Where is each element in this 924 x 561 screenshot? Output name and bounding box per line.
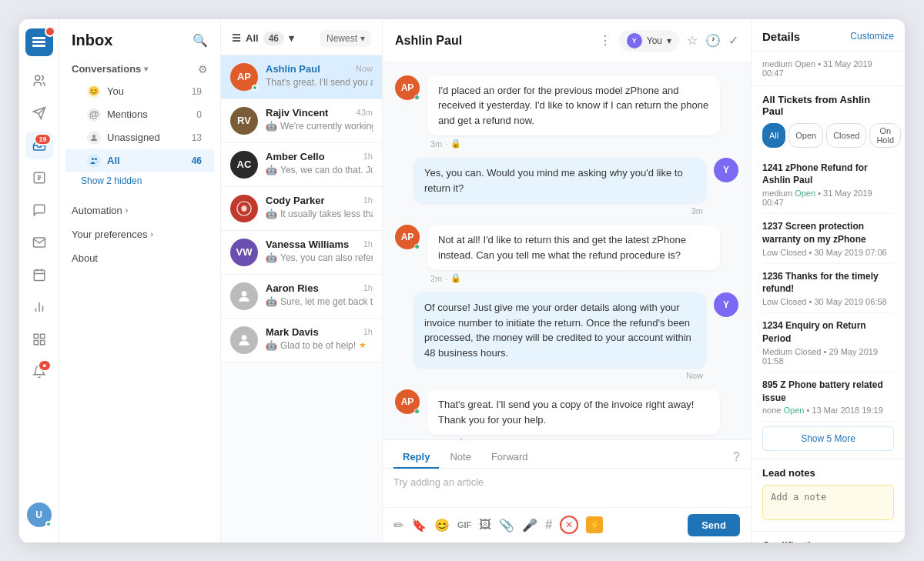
conversations-section-header[interactable]: Conversations ▾ ⚙ — [59, 58, 220, 80]
sidebar-item-preferences[interactable]: Your preferences › — [59, 222, 220, 246]
check-icon[interactable]: ✓ — [728, 33, 738, 48]
conv-name-amber: Amber Cello — [266, 151, 325, 162]
cancel-icon[interactable]: ✕ — [560, 516, 578, 534]
sidebar-item-all-label: All — [107, 155, 192, 166]
all-tickets-title: All Tickets from Ashlin Paul — [762, 94, 894, 117]
tab-forward[interactable]: Forward — [482, 446, 537, 469]
chart-icon[interactable] — [25, 293, 53, 321]
svg-point-16 — [92, 135, 95, 138]
sidebar-item-you[interactable]: 😊 You 19 — [65, 80, 214, 103]
bookmark-icon[interactable]: 🔖 — [411, 518, 427, 533]
ticket-1241-meta: medium Open • 31 May 2019 00:47 — [762, 189, 894, 207]
tab-reply[interactable]: Reply — [393, 446, 439, 469]
hash-icon[interactable]: # — [545, 518, 552, 532]
filter-onhold[interactable]: On Hold — [869, 123, 901, 148]
show-more-btn[interactable]: Show 5 More — [762, 426, 894, 451]
dropdown-icon[interactable]: ▾ — [289, 32, 294, 44]
user-avatar[interactable]: U — [27, 503, 52, 527]
search-icon[interactable]: 🔍 — [192, 33, 208, 48]
timer-icon[interactable]: 🕐 — [705, 33, 721, 48]
customize-btn[interactable]: Customize — [850, 31, 894, 42]
tab-note[interactable]: Note — [440, 446, 480, 469]
conv-preview-mark: 🤖 Glad to be of help! ★ — [266, 340, 373, 351]
inbox-icon[interactable]: 19 — [25, 132, 53, 159]
conv-item-rajiv[interactable]: RV Rajiv Vincent 43m 🤖 We're currently w… — [221, 99, 382, 143]
msg-sep-3: · — [445, 274, 447, 283]
filter-icon[interactable]: ☰ — [232, 32, 241, 44]
attachment-icon[interactable]: 📎 — [499, 518, 514, 533]
msg-meta-2: 3m — [413, 206, 706, 215]
more-options-icon[interactable]: ⋮ — [599, 33, 611, 48]
chat-nav-icon[interactable] — [25, 196, 53, 224]
lead-notes-input[interactable] — [762, 485, 894, 520]
mail-nav-icon[interactable] — [25, 229, 53, 256]
star-icon-2: ★ — [359, 340, 367, 350]
conv-item-ashlin[interactable]: AP Ashlin Paul Now That's great. I'll se… — [221, 55, 382, 99]
audio-icon[interactable]: 🎤 — [522, 518, 537, 533]
show-hidden-btn[interactable]: Show 2 hidden — [59, 172, 220, 189]
conv-preview-vanessa: 🤖 Yes, you can also refer to the a... — [266, 252, 373, 263]
ticket-1237-meta: Low Closed • 30 May 2019 07:06 — [762, 248, 894, 257]
ticket-1236-name: 1236 Thanks for the timely refund! — [762, 270, 894, 296]
all-icon — [87, 154, 101, 168]
emoji-block-icon[interactable]: ⚡ — [586, 516, 603, 533]
agent-badge[interactable]: Y You ▾ — [619, 30, 679, 52]
ticket-895[interactable]: 895 Z Phone battery related issue none O… — [762, 372, 894, 422]
sidebar-item-unassigned-count: 13 — [192, 132, 202, 143]
image-icon[interactable]: 🖼 — [479, 518, 491, 532]
sidebar-item-mentions[interactable]: @ Mentions 0 — [65, 103, 214, 126]
filter-all[interactable]: All — [762, 123, 785, 148]
conv-preview-ashlin: That's great. I'll send you a copy of... — [266, 77, 373, 88]
conv-name-ashlin: Ashlin Paul — [266, 63, 320, 75]
sidebar-item-all-count: 46 — [192, 155, 202, 166]
conv-item-cody[interactable]: Cody Parker 1h 🤖 It usually takes less t… — [221, 187, 382, 231]
gear-icon[interactable]: ⚙ — [198, 63, 208, 75]
sort-dropdown[interactable]: Newest ▾ — [320, 30, 371, 47]
sidebar-item-unassigned[interactable]: Unassigned 13 — [65, 126, 214, 149]
filter-open[interactable]: Open — [788, 123, 823, 148]
sidebar-item-you-label: You — [107, 85, 192, 97]
msg-row-1: AP I'd placed an order for the previous … — [395, 75, 738, 149]
sort-chevron-icon: ▾ — [360, 33, 365, 44]
chat-area: Ashlin Paul ⋮ Y You ▾ ☆ 🕐 ✓ AP I'd place… — [383, 19, 751, 543]
contacts-icon[interactable] — [25, 67, 53, 95]
msg-time-3: 2m — [430, 274, 442, 283]
app-logo[interactable] — [25, 28, 53, 56]
conv-item-amber[interactable]: AC Amber Cello 1h 🤖 Yes, we can do that.… — [221, 143, 382, 187]
ticket-1234[interactable]: 1234 Enquiry on Return Period Medium Clo… — [762, 313, 894, 372]
ticket-1234-meta: Medium Closed • 29 May 2019 01:58 — [762, 347, 894, 366]
sidebar-item-about[interactable]: About — [59, 246, 220, 270]
reply-area: Reply Note Forward ? Try adding an artic… — [383, 439, 751, 543]
conv-item-mark[interactable]: Mark Davis 1h 🤖 Glad to be of help! ★ — [221, 319, 382, 362]
campaigns-icon[interactable] — [25, 99, 53, 127]
sidebar-item-all[interactable]: All 46 — [65, 149, 214, 172]
help-icon[interactable]: ? — [733, 450, 740, 464]
msg-text-1: I'd placed an order for the previous mod… — [427, 75, 720, 136]
prev-ticket-meta: medium Open • 31 May 2019 00:47 — [762, 59, 894, 78]
ticket-1236[interactable]: 1236 Thanks for the timely refund! Low C… — [762, 264, 894, 314]
star-header-icon[interactable]: ☆ — [687, 33, 698, 48]
filter-closed[interactable]: Closed — [826, 123, 866, 148]
conv-avatar-aaron — [230, 282, 258, 310]
ticket-1237[interactable]: 1237 Screen protection warranty on my zP… — [762, 214, 894, 264]
online-indicator — [45, 521, 52, 527]
signature-icon[interactable]: ✏ — [393, 518, 403, 533]
robot-icon-2: 🤖 — [266, 165, 277, 175]
list-icon[interactable] — [25, 164, 53, 192]
ticket-1241[interactable]: 1241 zPhone Refund for Ashlin Paul mediu… — [762, 155, 894, 215]
msg-row-4: Y Of course! Just give me your order det… — [395, 292, 738, 380]
grid-icon[interactable] — [25, 326, 53, 353]
gif-icon[interactable]: GIF — [457, 520, 471, 529]
msg-meta-3: 2m · 🔒 — [427, 273, 720, 283]
bell-nav-icon[interactable]: ● — [25, 358, 53, 386]
msg-bubble-5: That's great. I'll send you a copy of th… — [427, 389, 720, 439]
emoji-icon[interactable]: 😊 — [434, 518, 450, 533]
conv-item-aaron[interactable]: Aaron Ries 1h 🤖 Sure, let me get back to… — [221, 275, 382, 319]
conv-info-ashlin: Ashlin Paul Now That's great. I'll send … — [266, 63, 373, 88]
send-button[interactable]: Send — [688, 514, 740, 536]
reply-input-area[interactable]: Try adding an article — [383, 469, 751, 507]
svg-point-21 — [242, 291, 247, 296]
conv-item-vanessa[interactable]: VW Vanessa Williams 1h 🤖 Yes, you can al… — [221, 231, 382, 275]
calendar-icon[interactable] — [25, 261, 53, 289]
sidebar-item-automation[interactable]: Automation › — [59, 199, 220, 222]
